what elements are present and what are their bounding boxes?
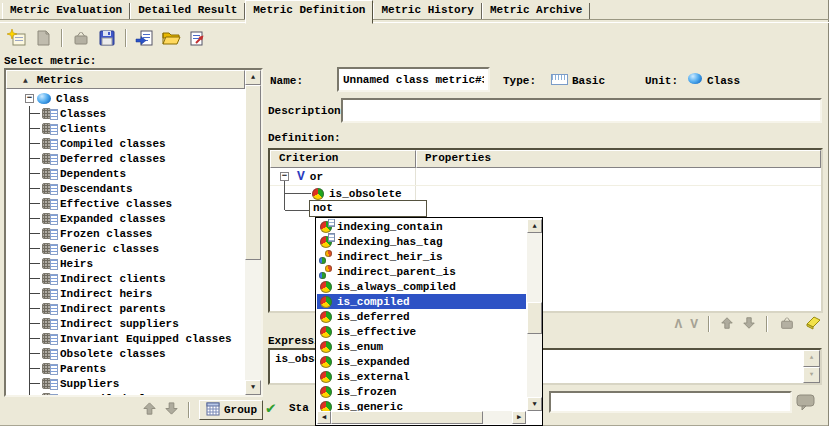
metric-icon bbox=[42, 273, 58, 285]
import-metrics-icon[interactable] bbox=[135, 28, 155, 48]
export-metrics-icon[interactable] bbox=[187, 28, 207, 48]
scroll-down-icon[interactable] bbox=[527, 397, 542, 411]
toolbar-separator bbox=[766, 316, 768, 332]
tree-footer: Group bbox=[4, 399, 263, 421]
valid-check-icon bbox=[266, 398, 276, 418]
scrollbar-thumb[interactable] bbox=[527, 302, 542, 334]
move-criterion-up-icon[interactable] bbox=[720, 316, 734, 333]
tree-item[interactable]: Invariant Equipped classes bbox=[30, 331, 245, 346]
scrollbar-thumb[interactable] bbox=[245, 85, 261, 260]
tree-item[interactable]: Compiled classes bbox=[30, 136, 245, 151]
dropdown-horizontal-scrollbar[interactable] bbox=[317, 411, 526, 424]
tab-metric-archive[interactable]: Metric Archive bbox=[482, 3, 590, 19]
collapse-icon[interactable] bbox=[25, 94, 34, 103]
tree-item[interactable]: Classes bbox=[30, 106, 245, 121]
scroll-down-icon[interactable] bbox=[245, 380, 261, 395]
metric-icon bbox=[42, 243, 58, 255]
description-input[interactable] bbox=[341, 98, 822, 123]
tree-item[interactable]: Descendants bbox=[30, 181, 245, 196]
tree-item-class-root[interactable]: Class bbox=[6, 91, 245, 106]
metric-icon bbox=[42, 288, 58, 300]
criterion-dropdown-item[interactable]: indirect_parent_is bbox=[317, 264, 526, 279]
name-input[interactable] bbox=[337, 67, 490, 92]
copy-metric-icon[interactable] bbox=[33, 28, 53, 48]
criterion-dropdown-item[interactable]: indexing_has_tag bbox=[317, 234, 526, 249]
group-grid-icon bbox=[205, 402, 221, 419]
move-metric-down-icon[interactable] bbox=[164, 401, 179, 419]
tree-item[interactable]: Heirs bbox=[30, 256, 245, 271]
criterion-label: is_obsolete bbox=[329, 188, 402, 200]
tab-metric-history[interactable]: Metric History bbox=[373, 3, 481, 19]
tab-metric-evaluation[interactable]: Metric Evaluation bbox=[2, 3, 130, 19]
criterion-dropdown-item[interactable]: is_expanded bbox=[317, 354, 526, 369]
criterion-dropdown-item[interactable]: indexing_contain bbox=[317, 219, 526, 234]
scrollbar-thumb[interactable] bbox=[331, 411, 483, 424]
erase-criterion-icon[interactable] bbox=[804, 315, 822, 333]
tree-connector bbox=[30, 308, 40, 309]
scroll-left-icon[interactable] bbox=[317, 411, 331, 424]
and-criterion-icon[interactable] bbox=[674, 317, 682, 332]
unit-value: Class bbox=[707, 75, 740, 87]
criterion-dropdown-item[interactable]: indirect_heir_is bbox=[317, 249, 526, 264]
metric-icon bbox=[42, 393, 58, 396]
criterion-dropdown-item[interactable]: is_effective bbox=[317, 324, 526, 339]
metric-icon bbox=[42, 108, 58, 120]
criterion-dropdown-item[interactable]: is_frozen bbox=[317, 384, 526, 399]
delete-criterion-icon[interactable] bbox=[778, 315, 796, 334]
tree-item[interactable]: Effective classes bbox=[30, 196, 245, 211]
tree-item[interactable]: Parents bbox=[30, 361, 245, 376]
criterion-column-header[interactable]: Criterion bbox=[270, 150, 416, 168]
tree-item[interactable]: Deferred classes bbox=[30, 151, 245, 166]
scroll-up-icon[interactable] bbox=[527, 219, 542, 233]
properties-column-header[interactable]: Properties bbox=[416, 150, 821, 168]
tree-item[interactable]: Uncompiled classes bbox=[30, 391, 245, 395]
criterion-dropdown-item[interactable]: is_deferred bbox=[317, 309, 526, 324]
metric-icon bbox=[42, 348, 58, 360]
move-metric-up-icon[interactable] bbox=[142, 401, 157, 419]
tree-item[interactable]: Frozen classes bbox=[30, 226, 245, 241]
criterion-dropdown-item[interactable]: is_generic bbox=[317, 399, 526, 411]
spin-down-icon[interactable] bbox=[803, 367, 820, 384]
open-metric-file-icon[interactable] bbox=[161, 28, 181, 48]
tree-item[interactable]: Dependents bbox=[30, 166, 245, 181]
scroll-right-icon[interactable] bbox=[512, 411, 526, 424]
tree-item[interactable]: Indirect clients bbox=[30, 271, 245, 286]
tree-item[interactable]: Expanded classes bbox=[30, 211, 245, 226]
metric-icon bbox=[42, 123, 58, 135]
criterion-dropdown-item[interactable]: is_always_compiled bbox=[317, 279, 526, 294]
metric-icon bbox=[42, 168, 58, 180]
dropdown-vertical-scrollbar[interactable] bbox=[527, 219, 542, 411]
tree-scrollbar[interactable] bbox=[245, 70, 261, 395]
or-criterion-icon[interactable] bbox=[690, 317, 698, 332]
tree-item[interactable]: Indirect suppliers bbox=[30, 316, 245, 331]
collapse-icon[interactable] bbox=[280, 172, 289, 181]
criterion-dropdown-item[interactable]: is_enum bbox=[317, 339, 526, 354]
sort-ascending-icon bbox=[23, 74, 28, 86]
tree-item[interactable]: Generic classes bbox=[30, 241, 245, 256]
criterion-icon bbox=[312, 188, 324, 200]
status-input[interactable] bbox=[549, 391, 792, 413]
spin-up-icon[interactable] bbox=[803, 350, 820, 367]
delete-metric-icon[interactable] bbox=[71, 28, 91, 48]
footer-separator bbox=[188, 402, 190, 418]
criterion-row-or[interactable]: or bbox=[270, 168, 821, 186]
comment-icon[interactable] bbox=[795, 393, 817, 414]
criterion-editor[interactable]: not bbox=[309, 200, 427, 217]
criterion-dropdown-item[interactable]: is_compiled bbox=[317, 294, 526, 309]
criterion-dropdown-item[interactable]: is_external bbox=[317, 369, 526, 384]
new-metric-icon[interactable] bbox=[7, 28, 27, 48]
tab-detailed-result[interactable]: Detailed Result bbox=[130, 3, 245, 19]
tree-item[interactable]: Indirect heirs bbox=[30, 286, 245, 301]
scroll-up-icon[interactable] bbox=[245, 70, 261, 85]
group-button[interactable]: Group bbox=[199, 400, 263, 420]
tree-item[interactable]: Clients bbox=[30, 121, 245, 136]
tree-item[interactable]: Obsolete classes bbox=[30, 346, 245, 361]
metrics-column-header[interactable]: Metrics bbox=[6, 70, 245, 89]
tab-metric-definition[interactable]: Metric Definition bbox=[245, 0, 373, 24]
class-unit-icon bbox=[37, 93, 51, 104]
save-metric-icon[interactable] bbox=[97, 28, 117, 48]
tree-item[interactable]: Indirect parents bbox=[30, 301, 245, 316]
tree-connector bbox=[30, 278, 40, 279]
tree-item[interactable]: Suppliers bbox=[30, 376, 245, 391]
move-criterion-down-icon[interactable] bbox=[742, 316, 756, 333]
